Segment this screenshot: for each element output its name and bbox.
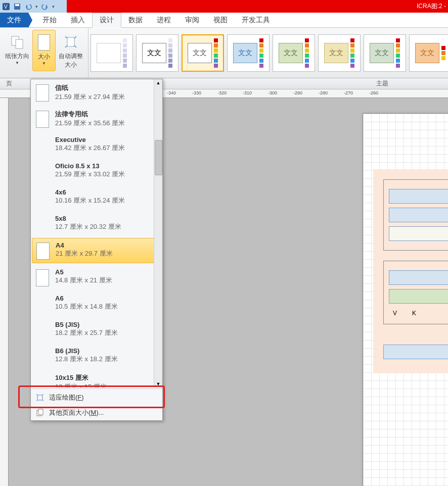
size-option-title: Oficio 8.5 x 13 [55, 162, 125, 170]
size-option[interactable]: 5x812.7 厘米 x 20.32 厘米 [31, 211, 162, 237]
tab-insert[interactable]: 插入 [64, 13, 92, 27]
fit-to-drawing-icon [36, 394, 44, 402]
size-option[interactable]: B5 (JIS)18.2 厘米 x 25.7 厘米 [31, 317, 162, 343]
size-option-dimensions: 21.59 厘米 x 35.56 厘米 [55, 119, 125, 128]
page-icon [36, 111, 49, 128]
diagram-box[interactable]: Dro [389, 270, 448, 285]
fit-to-drawing-item[interactable]: 适应绘图(F) [31, 390, 162, 405]
size-option[interactable]: 信纸21.59 厘米 x 27.94 厘米 [31, 79, 162, 106]
size-option-dimensions: 18.42 厘米 x 26.67 厘米 [55, 143, 125, 153]
more-page-sizes-item[interactable]: 其他页面大小(M)... [31, 405, 162, 420]
svg-rect-9 [38, 409, 43, 415]
tab-review[interactable]: 审阅 [178, 13, 206, 27]
tab-process[interactable]: 进程 [150, 13, 178, 27]
tab-view[interactable]: 视图 [206, 13, 235, 27]
more-sizes-icon [36, 409, 44, 417]
size-option-title: A6 [55, 295, 118, 302]
size-option-title: 法律专用纸 [55, 110, 125, 119]
page-icon [36, 84, 49, 102]
qat-customize-icon[interactable]: ▾ [52, 4, 55, 9]
scroll-down-icon[interactable]: ▼ [154, 381, 162, 386]
page-setup-group: 纸张方向 ▼ 大小 ▼ 自动调整 大小 [0, 28, 88, 78]
size-option[interactable]: Executive18.42 厘米 x 26.67 厘米 [31, 132, 162, 158]
fit-to-drawing-label: 适应绘图(F) [49, 393, 84, 402]
size-option-dimensions: 12.8 厘米 x 18.2 厘米 [55, 355, 118, 364]
size-option-dimensions: 12.7 厘米 x 20.32 厘米 [55, 222, 121, 231]
page-icon [36, 242, 50, 260]
page-size-dropdown: 信纸21.59 厘米 x 27.94 厘米法律专用纸21.59 厘米 x 35.… [30, 79, 163, 421]
size-option[interactable]: 4x610.16 厘米 x 15.24 厘米 [31, 184, 162, 211]
theme-item-4[interactable]: 文文 [227, 34, 270, 72]
size-button[interactable]: 大小 ▼ [32, 30, 56, 71]
titlebar: V ▾ ▾ ICRA图:2 - [0, 0, 448, 13]
autofit-icon [63, 32, 79, 52]
undo-icon[interactable] [24, 3, 32, 11]
size-option-dimensions: 10 厘米 x 15 厘米 [55, 382, 107, 387]
orientation-button[interactable]: 纸张方向 ▼ [2, 30, 32, 71]
size-option-title: 4x6 [55, 188, 125, 196]
theme-item-5[interactable]: 文文 [273, 34, 315, 72]
theme-gallery: 文文 文文 文文 文文 文文 文文 文文 [88, 28, 448, 78]
app-icon: V [2, 3, 10, 11]
svg-rect-6 [67, 37, 74, 46]
size-option-title: B6 (JIS) [55, 347, 118, 355]
drawing-page[interactable]: Dropout, NeRF M Layer Dro Multi-head V K… [363, 113, 448, 486]
size-option-title: B5 (JIS) [55, 321, 118, 328]
themes-group-label: 主题 [376, 79, 388, 88]
tab-developer[interactable]: 开发工具 [235, 13, 277, 27]
theme-item-2[interactable]: 文文 [136, 34, 178, 72]
size-option[interactable]: 10x15 厘米10 厘米 x 15 厘米 [31, 369, 162, 387]
file-tab[interactable]: 文件 [0, 13, 28, 27]
size-option[interactable]: Oficio 8.5 x 1321.59 厘米 x 33.02 厘米 [31, 158, 162, 184]
chevron-down-icon: ▼ [15, 61, 19, 65]
size-option[interactable]: 法律专用纸21.59 厘米 x 35.56 厘米 [31, 106, 162, 132]
size-option-dimensions: 18.2 厘米 x 25.7 厘米 [55, 328, 118, 337]
size-option[interactable]: B6 (JIS)12.8 厘米 x 18.2 厘米 [31, 343, 162, 369]
tab-design[interactable]: 设计 [92, 13, 121, 28]
diagram-box[interactable]: Layer [389, 226, 448, 241]
page-icon [36, 269, 49, 286]
ribbon: 纸张方向 ▼ 大小 ▼ 自动调整 大小 文文 [0, 28, 448, 78]
dropdown-scrollbar[interactable]: ▲ ▼ [154, 79, 162, 387]
diagram-box[interactable]: Multi-head [389, 289, 448, 304]
size-option-dimensions: 10.16 厘米 x 15.24 厘米 [55, 196, 125, 205]
size-option-dimensions: 21 厘米 x 29.7 厘米 [56, 249, 113, 258]
size-option-title: A4 [56, 241, 113, 249]
redo-icon[interactable] [41, 3, 49, 11]
size-option-title: 5x8 [55, 215, 121, 222]
orientation-icon [9, 32, 25, 52]
diagram-block: Dropout, NeRF M Layer Dro Multi-head V K… [373, 169, 448, 373]
diagram-box[interactable]: NeRF M [389, 208, 448, 222]
theme-item-8[interactable]: 文文 [409, 34, 448, 72]
theme-item-1[interactable] [91, 34, 133, 72]
size-option-title: Executive [55, 136, 125, 143]
svg-rect-3 [15, 4, 19, 6]
size-option-title: 信纸 [55, 83, 125, 92]
size-icon [36, 32, 52, 53]
size-option[interactable]: A514.8 厘米 x 21 厘米 [31, 264, 162, 290]
svg-text:V: V [4, 4, 8, 10]
size-option[interactable]: A421 厘米 x 29.7 厘米 [32, 238, 161, 263]
size-option[interactable]: A610.5 厘米 x 14.8 厘米 [31, 290, 162, 317]
theme-item-7[interactable]: 文文 [364, 34, 406, 72]
scroll-thumb[interactable] [155, 140, 162, 175]
theme-item-3[interactable]: 文文 [182, 34, 224, 72]
diagram-box[interactable]: Dropout, [389, 189, 448, 204]
diagram-box[interactable]: Visual Token ( [383, 345, 448, 359]
tab-data[interactable]: 数据 [121, 13, 150, 27]
undo-dropdown-icon[interactable]: ▾ [35, 4, 38, 9]
ribbon-tabs: 文件 开始 插入 设计 数据 进程 审阅 视图 开发工具 [0, 13, 448, 28]
size-option-dimensions: 21.59 厘米 x 33.02 厘米 [55, 170, 125, 179]
window-title: ICRA图:2 - [417, 2, 446, 11]
theme-item-6[interactable]: 文文 [318, 34, 361, 72]
autofit-button[interactable]: 自动调整 大小 [56, 30, 86, 71]
svg-rect-5 [16, 39, 23, 48]
svg-rect-7 [37, 395, 42, 400]
scroll-up-icon[interactable]: ▲ [154, 79, 162, 85]
page-group-label: 页 [0, 79, 12, 88]
tab-home[interactable]: 开始 [35, 13, 64, 27]
save-icon[interactable] [13, 3, 21, 11]
size-option-title: 10x15 厘米 [55, 373, 107, 382]
size-option-dimensions: 14.8 厘米 x 21 厘米 [55, 276, 112, 285]
size-option-dimensions: 21.59 厘米 x 27.94 厘米 [55, 92, 125, 102]
